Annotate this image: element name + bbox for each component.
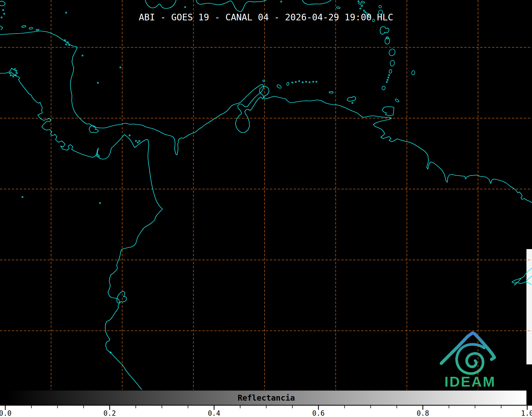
satellite-map-figure: IDEAM ABI - GOES 19 - CANAL 04 - 2026-04… bbox=[0, 0, 532, 417]
islet-dot bbox=[358, 1, 359, 2]
colorbar-tick-label: 0.8 bbox=[417, 409, 429, 417]
islet-dot bbox=[65, 40, 66, 41]
coastline-pacific-mainland bbox=[0, 68, 162, 390]
islet-dot bbox=[360, 8, 361, 9]
island-outline bbox=[361, 5, 363, 7]
islet-dot bbox=[22, 196, 23, 198]
colorbar-tick-label: 0.0 bbox=[0, 409, 11, 417]
island-outline bbox=[388, 48, 396, 57]
bright-cloud-edge-patch bbox=[526, 249, 532, 364]
islet-dot bbox=[389, 75, 390, 76]
island-outline bbox=[389, 70, 392, 74]
coastline-hispaniola bbox=[196, 0, 266, 12]
islet-dot bbox=[306, 81, 307, 82]
gulf-of-guayaquil-puna bbox=[117, 291, 126, 303]
island-outline bbox=[36, 29, 39, 31]
island-outline bbox=[381, 86, 385, 90]
islet-dot bbox=[67, 42, 68, 43]
ideam-logo: IDEAM bbox=[441, 333, 496, 389]
island-margarita bbox=[347, 97, 356, 101]
colorbar-tick-label: 0.2 bbox=[103, 409, 116, 417]
small-island-outlines bbox=[22, 1, 415, 157]
islet-dot bbox=[66, 44, 67, 45]
islet-dot bbox=[309, 82, 310, 83]
island-trinidad bbox=[382, 107, 394, 116]
small-island-dots bbox=[1, 1, 390, 353]
islet-dot bbox=[3, 10, 4, 11]
island-outline bbox=[390, 60, 395, 66]
map-canvas: IDEAM bbox=[0, 0, 532, 390]
island-outline bbox=[22, 25, 26, 28]
islet-dot bbox=[295, 81, 296, 83]
coastline-caribbean-mainland bbox=[0, 31, 532, 203]
colorbar-tick-label: 0.6 bbox=[312, 409, 325, 417]
coastline-puerto-rico bbox=[302, 0, 331, 4]
islet-dot bbox=[363, 10, 365, 11]
island-outline bbox=[337, 7, 340, 9]
islet-dot bbox=[97, 82, 98, 83]
island-outline bbox=[411, 70, 415, 75]
island-outline bbox=[379, 5, 381, 8]
colorbar-label: Reflectancia bbox=[5, 393, 527, 402]
map-title: ABI - GOES 19 - CANAL 04 - 2026-04-29 19… bbox=[0, 12, 532, 22]
logo-text: IDEAM bbox=[444, 374, 496, 389]
islet-dot bbox=[129, 135, 130, 136]
island-guadeloupe bbox=[380, 27, 389, 34]
islet-dot bbox=[302, 82, 303, 83]
coastlines bbox=[0, 0, 532, 390]
colorbar-axis: 0.00.20.40.60.81.0 bbox=[0, 406, 532, 417]
island-outline bbox=[329, 91, 333, 93]
islet-dot bbox=[139, 140, 140, 141]
islet-dot bbox=[386, 81, 387, 83]
islet-dot bbox=[82, 55, 83, 56]
islet-dot bbox=[313, 81, 314, 82]
island-outline bbox=[358, 2, 361, 4]
graticule bbox=[0, 0, 532, 390]
hurricane-spiral-icon bbox=[457, 344, 484, 374]
islet-dot bbox=[299, 81, 300, 82]
islet-dot bbox=[99, 203, 101, 204]
island-outline bbox=[286, 82, 289, 86]
islet-dot bbox=[281, 1, 282, 2]
coastline-jamaica bbox=[145, 0, 176, 8]
island-outline bbox=[361, 1, 365, 3]
islet-dot bbox=[352, 102, 353, 103]
island-outline bbox=[395, 98, 399, 103]
islet-dot bbox=[185, 7, 186, 8]
colorbar-tick-label: 0.4 bbox=[208, 409, 220, 417]
island-outline bbox=[276, 84, 282, 89]
island-outline bbox=[29, 27, 33, 29]
islet-dot bbox=[120, 67, 121, 68]
colorbar-ticks bbox=[0, 406, 532, 417]
islet-dot bbox=[316, 81, 317, 82]
islet-dot bbox=[388, 77, 389, 78]
islet-dot bbox=[137, 142, 138, 143]
islet-dot bbox=[292, 82, 293, 83]
islet-dot bbox=[387, 79, 388, 80]
islet-dot bbox=[69, 44, 70, 45]
colorbar-tick-label: 1.0 bbox=[521, 409, 532, 417]
islet-dot bbox=[135, 140, 137, 141]
